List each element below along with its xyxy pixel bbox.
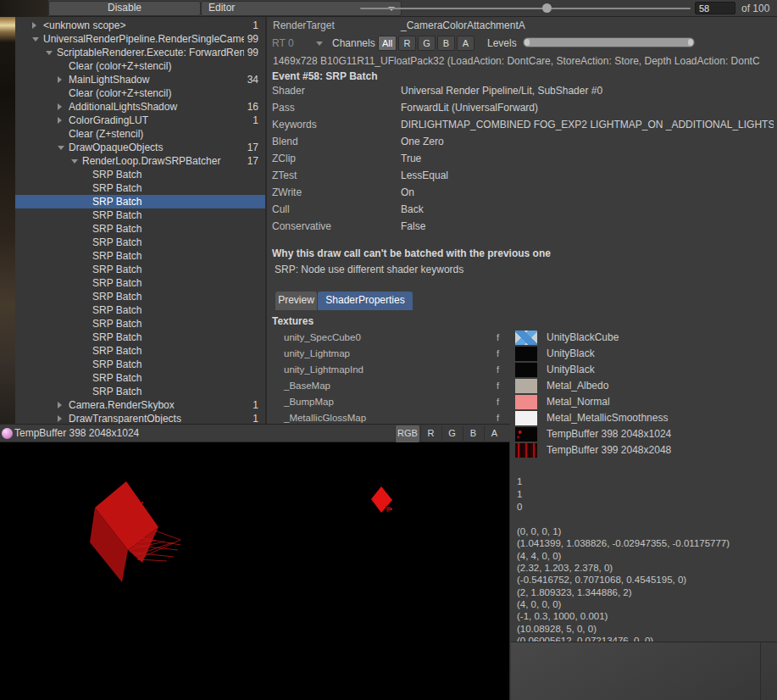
tree-row-label: DrawOpaqueObjects [69, 142, 244, 153]
preview-channel-b-button[interactable]: B [463, 425, 483, 442]
tree-row[interactable]: ColorGradingLUT1 [15, 114, 265, 127]
property-value: False [401, 220, 425, 232]
tree-row[interactable]: SRP Batch [15, 331, 265, 344]
tree-row-label: SRP Batch [92, 345, 258, 357]
vector-value: (-1, 0.3, 1000, 0.001) [517, 611, 608, 621]
tree-row[interactable]: Camera.RenderSkybox1 [15, 398, 265, 412]
tab-preview[interactable]: Preview [275, 292, 317, 310]
chevron-down-icon[interactable] [32, 37, 43, 42]
tree-row[interactable]: SRP Batch [15, 208, 265, 222]
channel-a-button[interactable]: A [457, 36, 475, 51]
tree-row[interactable]: SRP Batch [15, 290, 265, 303]
tree-row[interactable]: SRP Batch [15, 276, 265, 290]
channel-r-button[interactable]: R [398, 36, 416, 51]
texture-thumbnail-unityblack[interactable] [515, 363, 537, 377]
event-slider-handle[interactable] [542, 3, 552, 13]
texture-thumbnail-tempbuffer399[interactable] [515, 443, 537, 458]
tree-row-label: <unknown scope> [43, 19, 249, 31]
preview-image [0, 442, 510, 700]
tree-row[interactable]: SRP Batch [15, 358, 265, 371]
rt-dropdown[interactable]: RT 0 [272, 37, 294, 49]
tree-row-selected[interactable]: SRP Batch [15, 195, 265, 208]
tree-row[interactable]: <unknown scope>1 [15, 19, 265, 32]
chevron-right-icon[interactable] [58, 103, 69, 110]
channel-g-button[interactable]: G [418, 36, 436, 51]
preview-channel-g-button[interactable]: G [441, 425, 462, 442]
event-slider-track[interactable] [360, 8, 691, 9]
chevron-down-icon[interactable] [46, 51, 57, 55]
texture-thumbnail-metallicsmoothness[interactable] [515, 411, 537, 425]
tree-row-label: Camera.RenderSkybox [69, 399, 249, 411]
chevron-right-icon[interactable] [58, 415, 69, 422]
tree-row[interactable]: UniversalRenderPipeline.RenderSingleCame… [15, 32, 265, 46]
tree-row[interactable]: SRP Batch [15, 236, 265, 249]
texture-thumbnail-unityblackcube[interactable] [515, 331, 537, 345]
event-title: Event #58: SRP Batch [272, 70, 378, 82]
property-label: ZTest [272, 169, 297, 181]
texture-thumbnail-normal[interactable] [515, 395, 537, 409]
property-value: ForwardLit (UniversalForward) [401, 102, 538, 114]
chevron-right-icon[interactable] [32, 22, 43, 29]
levels-max-handle[interactable] [688, 39, 693, 46]
texture-thumbnail-unityblack[interactable] [515, 347, 537, 361]
tree-row-label: SRP Batch [92, 318, 258, 330]
tree-row[interactable]: SRP Batch [15, 317, 265, 331]
channel-b-button[interactable]: B [437, 36, 455, 51]
texture-value: UnityBlack [547, 347, 595, 359]
tree-row-label: DrawTransparentObjects [69, 413, 249, 424]
float-value: 1 [517, 489, 522, 499]
tree-row[interactable]: SRP Batch [15, 371, 265, 385]
property-value: LessEqual [401, 169, 448, 181]
tree-row[interactable]: Clear (Z+stencil) [15, 127, 265, 141]
vector-value: (-0.5416752, 0.7071068, 0.4545195, 0) [517, 575, 686, 585]
levels-min-handle[interactable] [524, 39, 530, 46]
tree-row[interactable]: SRP Batch [15, 249, 265, 263]
preview-channel-a-button[interactable]: A [484, 425, 504, 442]
tab-shader-properties[interactable]: ShaderProperties [318, 292, 413, 310]
tree-row-count: 1 [253, 399, 258, 411]
tree-row[interactable]: SRP Batch [15, 168, 265, 181]
chevron-right-icon[interactable] [58, 117, 69, 124]
batch-break-title: Why this draw call can't be batched with… [272, 247, 551, 259]
tree-row[interactable]: SRP Batch [15, 181, 265, 195]
chevron-down-icon[interactable] [71, 159, 82, 164]
tree-row[interactable]: ScriptableRenderer.Execute: ForwardRende… [15, 46, 265, 59]
texture-name: _BumpMap [284, 397, 334, 407]
tree-row-label: SRP Batch [92, 236, 258, 248]
tree-row[interactable]: SRP Batch [15, 303, 265, 317]
property-value: DIRLIGHTMAP_COMBINED FOG_EXP2 LIGHTMAP_O… [401, 119, 774, 131]
event-number-input[interactable] [695, 2, 735, 14]
tree-row[interactable]: DrawOpaqueObjects17 [15, 141, 265, 154]
preview-channel-r-button[interactable]: R [420, 425, 441, 442]
tree-row-label: Clear (color+Z+stencil) [69, 60, 255, 72]
property-label: Cull [272, 203, 290, 215]
tree-row-label: Clear (Z+stencil) [69, 128, 255, 140]
texture-thumbnail-albedo[interactable] [515, 379, 537, 393]
tree-row[interactable]: SRP Batch [15, 222, 265, 236]
chevron-right-icon[interactable] [58, 76, 69, 83]
levels-range-slider[interactable] [523, 37, 695, 47]
tree-row-count: 1 [253, 114, 258, 126]
tree-row-label: SRP Batch [92, 196, 258, 208]
tree-row[interactable]: SRP Batch [15, 263, 265, 276]
tree-row[interactable]: SRP Batch [15, 344, 265, 358]
chevron-right-icon[interactable] [58, 402, 69, 408]
tree-row[interactable]: SRP Batch [15, 385, 265, 398]
game-view-sliver-top [0, 0, 48, 17]
tree-row[interactable]: DrawTransparentObjects1 [15, 412, 265, 424]
preview-title: TempBuffer 398 2048x1024 [14, 427, 139, 439]
texture-name: _MetallicGlossMap [284, 413, 366, 423]
tree-row[interactable]: RenderLoop.DrawSRPBatcher17 [15, 154, 265, 168]
channel-all-button[interactable]: All [378, 36, 397, 51]
tree-row[interactable]: Clear (color+Z+stencil) [15, 59, 265, 73]
disable-button[interactable]: Disable [48, 1, 201, 16]
tree-row-label: RenderLoop.DrawSRPBatcher [82, 155, 244, 167]
tree-row-label: SRP Batch [92, 331, 258, 343]
tree-row[interactable]: Clear (color+Z+stencil) [15, 86, 265, 100]
tree-row[interactable]: AdditionalLightsShadow16 [15, 100, 265, 114]
texture-thumbnail-tempbuffer398[interactable] [515, 427, 537, 442]
property-value: Back [401, 203, 424, 215]
tree-row[interactable]: MainLightShadow34 [15, 73, 265, 86]
chevron-down-icon[interactable] [58, 146, 69, 150]
preview-channel-rgb-button[interactable]: RGB [395, 425, 419, 442]
